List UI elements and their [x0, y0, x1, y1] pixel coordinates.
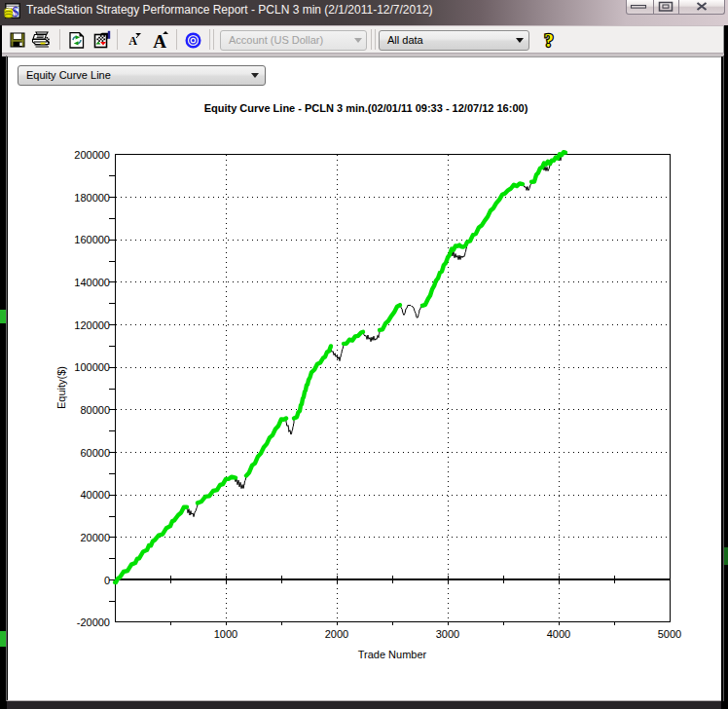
svg-text:A: A	[128, 34, 137, 47]
svg-text:80000: 80000	[80, 404, 110, 416]
svg-text:1000: 1000	[214, 628, 237, 640]
svg-text:100000: 100000	[74, 361, 110, 373]
svg-text:4000: 4000	[547, 628, 570, 640]
svg-text:Equity($): Equity($)	[55, 366, 67, 409]
svg-text:20000: 20000	[80, 532, 110, 543]
svg-text:Equity Curve Line - PCLN 3 min: Equity Curve Line - PCLN 3 min.(02/01/11…	[204, 102, 528, 114]
svg-text:-20000: -20000	[77, 616, 110, 628]
svg-text:60000: 60000	[80, 447, 110, 459]
svg-text:2000: 2000	[325, 628, 348, 640]
svg-text:$: $	[12, 5, 18, 19]
svg-text:120000: 120000	[74, 319, 110, 331]
svg-text:200000: 200000	[74, 149, 110, 161]
svg-text:3000: 3000	[436, 628, 459, 640]
svg-text:Trade Number: Trade Number	[358, 649, 427, 660]
svg-text:5000: 5000	[658, 628, 681, 640]
svg-text:40000: 40000	[80, 489, 110, 501]
svg-text:?: ?	[544, 30, 554, 50]
svg-text:160000: 160000	[74, 234, 110, 245]
svg-text:180000: 180000	[74, 192, 110, 204]
svg-text:140000: 140000	[74, 277, 110, 288]
svg-text:0: 0	[104, 575, 110, 586]
